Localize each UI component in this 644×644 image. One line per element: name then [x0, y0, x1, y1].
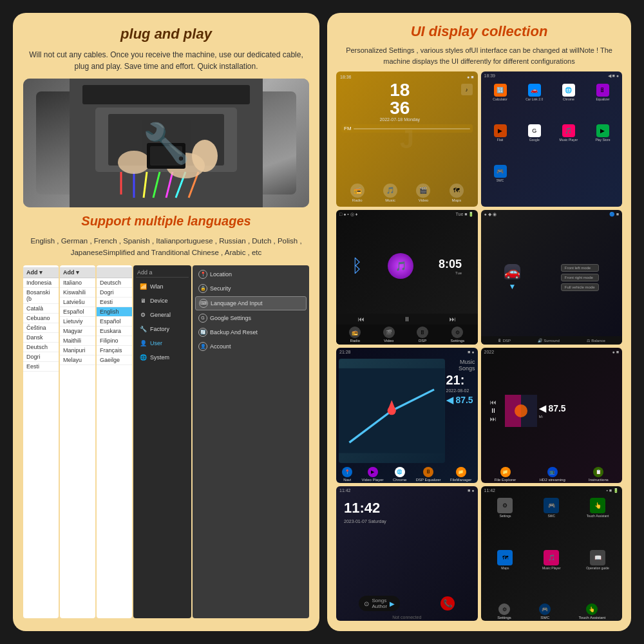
lang-item[interactable]: Kiswahili — [60, 288, 95, 298]
lang-item[interactable]: Català — [23, 304, 59, 314]
play-btn[interactable]: ⏸ — [490, 407, 497, 414]
submenu-backup[interactable]: 🔄 Backup And Reset — [195, 326, 307, 339]
lang-item[interactable]: Cebuano — [23, 314, 59, 323]
cell3-video-icon[interactable]: 🎬 Video — [383, 327, 395, 343]
lang-item[interactable]: Español — [97, 317, 132, 327]
cell1-radio-icon[interactable]: 📻 Radio — [350, 184, 365, 202]
prev-btn[interactable]: ⏮ — [490, 399, 497, 406]
lang-item[interactable]: Deutsch — [23, 343, 59, 352]
cell1-music-icon[interactable]: 🎵 Music — [383, 184, 397, 202]
cell5-chrome-icon[interactable]: 🌐 Chrome — [393, 467, 406, 482]
lang-item[interactable]: Bosanski (b — [23, 288, 59, 304]
op-guide-label: Operation guide — [586, 566, 609, 570]
lang-item[interactable]: Español — [60, 307, 95, 317]
lang-item[interactable]: Italiano — [60, 278, 95, 288]
submenu-language[interactable]: ⌨ Lanquage And Input — [195, 296, 307, 310]
cell5-dsp-icon[interactable]: 🎚 DSP Equalizer — [416, 467, 441, 482]
menu-item-device[interactable]: 🖥 Device — [136, 294, 189, 307]
app-carlink[interactable]: 🚗 Car Link 2.0 — [518, 84, 551, 122]
lang-item[interactable]: Melayu — [60, 355, 95, 365]
cell8-settings-bottom[interactable]: ⚙ Settings — [497, 603, 511, 620]
submenu-location[interactable]: 📍 Location — [195, 268, 307, 281]
cell1-video-icon[interactable]: 🎬 Video — [416, 184, 430, 202]
app-equalizer[interactable]: 🎚 Equalizer — [587, 84, 619, 122]
lang-item[interactable]: Maithili — [60, 336, 95, 346]
lang-item[interactable]: Magyar — [60, 327, 95, 336]
app-flati[interactable]: ▶ Flati — [484, 124, 516, 163]
bt-prev-btn[interactable]: ⏮ — [358, 316, 365, 323]
bt-next-btn[interactable]: ⏭ — [450, 316, 456, 323]
balance-label: ⚖ Balance — [587, 338, 605, 343]
lang-item[interactable]: Dogri — [23, 352, 59, 362]
dsp-full-vehicle-btn[interactable]: Full vehicle mode — [561, 283, 599, 291]
cell3-radio-icon[interactable]: 📻 Radio — [349, 327, 361, 343]
lang-item[interactable]: Eesti — [97, 298, 132, 307]
bt-play-btn[interactable]: ⏸ — [404, 316, 410, 323]
cell7-play[interactable]: ▶ — [390, 600, 395, 607]
bluetooth-icon: ᛒ — [352, 256, 363, 276]
app-chrome[interactable]: 🌐 Chrome — [553, 84, 585, 122]
lang-item[interactable]: Gaeilge — [97, 355, 132, 365]
cell6-instructions-icon[interactable]: 📋 Instructions — [589, 467, 609, 482]
app-music2[interactable]: 🎵 Music Player — [529, 550, 573, 600]
cell3-dsp-icon[interactable]: 🎚 DSP — [417, 327, 428, 343]
cell7-phone-icon[interactable]: 📞 — [440, 596, 455, 611]
cell3-settings-icon[interactable]: ⚙ Settings — [451, 327, 465, 343]
app-google[interactable]: G Google — [518, 124, 551, 163]
menu-item-wlan[interactable]: 📶 Wlan — [136, 280, 189, 293]
car-installation-image — [23, 79, 309, 207]
swc-bottom-icon: 🎮 — [539, 603, 551, 615]
app-music-player[interactable]: 🎵 Music Player — [553, 124, 585, 163]
app-playstore[interactable]: ▶ Play Store — [587, 124, 619, 163]
cell6-hd2-icon[interactable]: 📺 HD2 streaming — [540, 467, 565, 482]
next-btn[interactable]: ⏭ — [490, 415, 497, 422]
file-explorer-label: File Explorer — [495, 478, 516, 482]
cell4-arrow-col: 🚗 ▼ — [504, 264, 520, 291]
dsp-front-right-btn[interactable]: Front right mode — [561, 274, 599, 281]
lang-item[interactable]: Deutsch — [97, 278, 132, 288]
menu-item-general[interactable]: ⚙ General — [136, 308, 189, 321]
dsp-front-left-btn[interactable]: Front left mode — [561, 264, 599, 272]
cell6-bottom-row: 📁 File Explorer 📺 HD2 streaming 📋 Instru… — [481, 466, 623, 483]
app-swc[interactable]: 🎮 SWC — [484, 165, 516, 204]
submenu-google[interactable]: G Google Settings — [195, 312, 307, 325]
lang-item[interactable]: Français — [97, 346, 132, 355]
app-swc2[interactable]: 🎮 SWC — [529, 498, 573, 547]
app-touch-assistant[interactable]: 👆 Touch Assistant — [576, 498, 620, 547]
menu-item-user[interactable]: 👤 User — [136, 337, 189, 350]
cell7-prev[interactable]: ⊙ — [364, 600, 369, 607]
submenu-account[interactable]: 👤 Account — [195, 340, 307, 353]
menu-wlan-label: Wlan — [150, 283, 164, 290]
lang-item[interactable]: Lietuviy — [60, 317, 95, 327]
lang-item[interactable]: Filipino — [97, 336, 132, 346]
menu-item-system[interactable]: 🌐 System — [136, 351, 189, 364]
app-op-guide[interactable]: 📖 Operation guide — [576, 550, 620, 600]
lang-item[interactable]: Manipuri — [60, 346, 95, 355]
carlink-icon: 🚗 — [528, 84, 541, 97]
keyboard-icon: ⌨ — [199, 299, 208, 308]
google-icon: G — [198, 314, 207, 323]
lang-item[interactable]: Čeština — [23, 323, 59, 333]
lang-item[interactable]: Eesti — [23, 362, 59, 372]
svg-rect-15 — [150, 146, 182, 166]
lang-item[interactable]: Indonesia — [23, 278, 59, 288]
app-carlink-label: Car Link 2.0 — [526, 97, 543, 101]
lang-item[interactable]: Dogri — [97, 288, 132, 298]
submenu-security[interactable]: 🔒 Security — [195, 282, 307, 295]
cell5-navi-icon[interactable]: 📍 Navi — [342, 467, 352, 482]
cell8-swc-bottom[interactable]: 🎮 SWC — [539, 603, 551, 620]
lang-item[interactable]: English — [97, 307, 132, 317]
lang-item[interactable]: Latviešu — [60, 298, 95, 307]
lang-item[interactable]: Euskara — [97, 327, 132, 336]
app-calculator[interactable]: 🔢 Calculator — [484, 84, 516, 122]
cell1-maps-icon[interactable]: 🗺 Maps — [450, 184, 464, 202]
cell5-filemanager-icon[interactable]: 📁 FileManager — [450, 467, 471, 482]
app-maps2[interactable]: 🗺 Maps — [484, 550, 527, 600]
menu-item-factory[interactable]: 🔧 Factory — [136, 323, 189, 336]
app-settings[interactable]: ⚙ Settings — [484, 498, 527, 547]
cell6-file-icon[interactable]: 📁 File Explorer — [495, 467, 516, 482]
cell8-touchassist-bottom[interactable]: 👆 Touch Assistant — [579, 603, 606, 620]
dsp-icon: 🎚 — [423, 467, 433, 477]
cell5-video-icon[interactable]: ▶ Video Player — [362, 467, 384, 482]
lang-item[interactable]: Dansk — [23, 333, 59, 343]
